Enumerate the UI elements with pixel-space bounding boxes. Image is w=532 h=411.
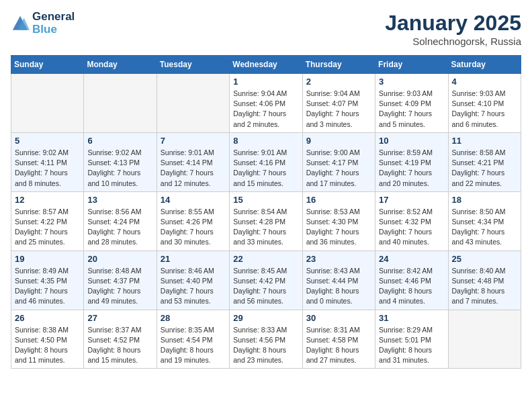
month-title: January 2025: [385, 11, 521, 36]
day-info: Sunrise: 8:57 AMSunset: 4:22 PMDaylight:…: [15, 207, 80, 248]
day-info: Sunrise: 9:03 AMSunset: 4:10 PMDaylight:…: [452, 89, 517, 130]
calendar-cell: 18Sunrise: 8:50 AMSunset: 4:34 PMDayligh…: [448, 191, 521, 250]
calendar-cell: 5Sunrise: 9:02 AMSunset: 4:11 PMDaylight…: [11, 132, 84, 191]
weekday-header: Tuesday: [157, 56, 229, 74]
day-number: 31: [379, 313, 444, 323]
weekday-header: Thursday: [302, 56, 375, 74]
calendar-cell: 20Sunrise: 8:48 AMSunset: 4:37 PMDayligh…: [84, 250, 157, 310]
day-number: 29: [233, 313, 298, 323]
calendar-cell: 11Sunrise: 8:58 AMSunset: 4:21 PMDayligh…: [448, 132, 521, 191]
day-number: 11: [452, 136, 517, 146]
day-number: 16: [306, 195, 371, 205]
day-info: Sunrise: 8:55 AMSunset: 4:26 PMDaylight:…: [161, 207, 226, 248]
calendar-cell: 3Sunrise: 9:03 AMSunset: 4:09 PMDaylight…: [375, 74, 448, 133]
day-number: 24: [379, 254, 444, 264]
day-number: 26: [15, 313, 80, 323]
calendar-cell: 26Sunrise: 8:38 AMSunset: 4:50 PMDayligh…: [11, 310, 84, 369]
day-info: Sunrise: 8:31 AMSunset: 4:58 PMDaylight:…: [306, 325, 371, 366]
title-block: January 2025 Solnechnogorsk, Russia: [385, 11, 521, 47]
logo-text: General Blue: [32, 11, 75, 36]
day-info: Sunrise: 8:53 AMSunset: 4:30 PMDaylight:…: [306, 207, 371, 248]
day-info: Sunrise: 9:02 AMSunset: 4:11 PMDaylight:…: [15, 148, 80, 189]
calendar-cell: 28Sunrise: 8:35 AMSunset: 4:54 PMDayligh…: [157, 310, 229, 369]
calendar-cell: 10Sunrise: 8:59 AMSunset: 4:19 PMDayligh…: [375, 132, 448, 191]
day-number: 20: [87, 254, 152, 264]
day-number: 22: [233, 254, 298, 264]
day-number: 9: [306, 136, 371, 146]
calendar-cell: 30Sunrise: 8:31 AMSunset: 4:58 PMDayligh…: [302, 310, 375, 369]
day-info: Sunrise: 8:46 AMSunset: 4:40 PMDaylight:…: [161, 266, 226, 307]
day-info: Sunrise: 9:04 AMSunset: 4:06 PMDaylight:…: [233, 89, 298, 130]
day-number: 1: [233, 77, 298, 87]
calendar-cell: 23Sunrise: 8:43 AMSunset: 4:44 PMDayligh…: [302, 250, 375, 310]
day-info: Sunrise: 8:58 AMSunset: 4:21 PMDaylight:…: [452, 148, 517, 189]
day-info: Sunrise: 8:50 AMSunset: 4:34 PMDaylight:…: [452, 207, 517, 248]
weekday-header: Friday: [375, 56, 448, 74]
day-info: Sunrise: 8:59 AMSunset: 4:19 PMDaylight:…: [379, 148, 444, 189]
weekday-header-row: SundayMondayTuesdayWednesdayThursdayFrid…: [11, 56, 521, 74]
day-info: Sunrise: 8:35 AMSunset: 4:54 PMDaylight:…: [161, 325, 226, 366]
weekday-header: Saturday: [448, 56, 521, 74]
calendar-week-row: 1Sunrise: 9:04 AMSunset: 4:06 PMDaylight…: [11, 74, 521, 133]
day-number: 7: [161, 136, 226, 146]
day-number: 25: [452, 254, 517, 264]
day-info: Sunrise: 9:03 AMSunset: 4:09 PMDaylight:…: [379, 89, 444, 130]
calendar-week-row: 19Sunrise: 8:49 AMSunset: 4:35 PMDayligh…: [11, 250, 521, 310]
calendar-cell: [448, 310, 521, 369]
day-info: Sunrise: 8:40 AMSunset: 4:48 PMDaylight:…: [452, 266, 517, 307]
day-info: Sunrise: 8:42 AMSunset: 4:46 PMDaylight:…: [379, 266, 444, 307]
day-info: Sunrise: 8:33 AMSunset: 4:56 PMDaylight:…: [233, 325, 298, 366]
calendar-cell: [157, 74, 229, 133]
calendar-cell: 1Sunrise: 9:04 AMSunset: 4:06 PMDaylight…: [230, 74, 302, 133]
calendar-cell: [11, 74, 84, 133]
calendar-cell: 17Sunrise: 8:52 AMSunset: 4:32 PMDayligh…: [375, 191, 448, 250]
calendar-cell: 2Sunrise: 9:04 AMSunset: 4:07 PMDaylight…: [302, 74, 375, 133]
day-number: 8: [233, 136, 298, 146]
day-number: 17: [379, 195, 444, 205]
day-number: 15: [233, 195, 298, 205]
weekday-header: Wednesday: [230, 56, 302, 74]
calendar-cell: 25Sunrise: 8:40 AMSunset: 4:48 PMDayligh…: [448, 250, 521, 310]
day-number: 10: [379, 136, 444, 146]
day-info: Sunrise: 9:00 AMSunset: 4:17 PMDaylight:…: [306, 148, 371, 189]
day-number: 18: [452, 195, 517, 205]
day-info: Sunrise: 8:52 AMSunset: 4:32 PMDaylight:…: [379, 207, 444, 248]
calendar-cell: 8Sunrise: 9:01 AMSunset: 4:16 PMDaylight…: [230, 132, 302, 191]
calendar-cell: 7Sunrise: 9:01 AMSunset: 4:14 PMDaylight…: [157, 132, 229, 191]
logo: General Blue: [11, 11, 75, 36]
day-info: Sunrise: 8:54 AMSunset: 4:28 PMDaylight:…: [233, 207, 298, 248]
day-info: Sunrise: 8:45 AMSunset: 4:42 PMDaylight:…: [233, 266, 298, 307]
day-info: Sunrise: 8:48 AMSunset: 4:37 PMDaylight:…: [87, 266, 152, 307]
calendar-cell: 12Sunrise: 8:57 AMSunset: 4:22 PMDayligh…: [11, 191, 84, 250]
day-number: 2: [306, 77, 371, 87]
calendar-cell: 16Sunrise: 8:53 AMSunset: 4:30 PMDayligh…: [302, 191, 375, 250]
day-info: Sunrise: 9:01 AMSunset: 4:16 PMDaylight:…: [233, 148, 298, 189]
day-info: Sunrise: 8:43 AMSunset: 4:44 PMDaylight:…: [306, 266, 371, 307]
weekday-header: Sunday: [11, 56, 84, 74]
day-info: Sunrise: 9:02 AMSunset: 4:13 PMDaylight:…: [87, 148, 152, 189]
day-number: 19: [15, 254, 80, 264]
day-number: 3: [379, 77, 444, 87]
logo-icon: [11, 14, 30, 33]
day-number: 27: [87, 313, 152, 323]
day-number: 6: [87, 136, 152, 146]
calendar-cell: 31Sunrise: 8:29 AMSunset: 5:01 PMDayligh…: [375, 310, 448, 369]
location-subtitle: Solnechnogorsk, Russia: [385, 36, 521, 47]
day-number: 13: [87, 195, 152, 205]
calendar-week-row: 12Sunrise: 8:57 AMSunset: 4:22 PMDayligh…: [11, 191, 521, 250]
calendar-cell: 4Sunrise: 9:03 AMSunset: 4:10 PMDaylight…: [448, 74, 521, 133]
calendar-cell: [84, 74, 157, 133]
calendar-cell: 6Sunrise: 9:02 AMSunset: 4:13 PMDaylight…: [84, 132, 157, 191]
calendar-cell: 21Sunrise: 8:46 AMSunset: 4:40 PMDayligh…: [157, 250, 229, 310]
weekday-header: Monday: [84, 56, 157, 74]
page-header: General Blue January 2025 Solnechnogorsk…: [11, 11, 521, 47]
calendar-cell: 9Sunrise: 9:00 AMSunset: 4:17 PMDaylight…: [302, 132, 375, 191]
calendar-week-row: 5Sunrise: 9:02 AMSunset: 4:11 PMDaylight…: [11, 132, 521, 191]
calendar-cell: 22Sunrise: 8:45 AMSunset: 4:42 PMDayligh…: [230, 250, 302, 310]
calendar-cell: 29Sunrise: 8:33 AMSunset: 4:56 PMDayligh…: [230, 310, 302, 369]
calendar-cell: 27Sunrise: 8:37 AMSunset: 4:52 PMDayligh…: [84, 310, 157, 369]
day-info: Sunrise: 9:04 AMSunset: 4:07 PMDaylight:…: [306, 89, 371, 130]
day-info: Sunrise: 8:37 AMSunset: 4:52 PMDaylight:…: [87, 325, 152, 366]
day-number: 23: [306, 254, 371, 264]
day-info: Sunrise: 8:56 AMSunset: 4:24 PMDaylight:…: [87, 207, 152, 248]
